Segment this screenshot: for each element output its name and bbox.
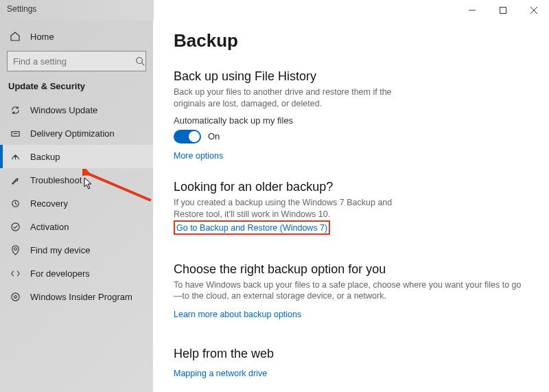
delivery-icon (10, 128, 21, 139)
page-title: Backup (174, 30, 528, 51)
sidebar-section-title: Update & Security (0, 77, 153, 98)
mapping-network-drive-link[interactable]: Mapping a network drive (174, 369, 267, 378)
search-icon (134, 56, 145, 66)
sidebar-item-troubleshoot[interactable]: Troubleshoot (0, 168, 153, 192)
maximize-button[interactable] (487, 0, 518, 21)
sidebar-item-label: Activation (30, 222, 69, 232)
svg-point-9 (14, 247, 16, 250)
svg-line-5 (141, 63, 144, 66)
sidebar-item-label: Windows Insider Program (30, 292, 132, 302)
search-input[interactable] (8, 56, 134, 67)
sidebar-item-label: Backup (30, 152, 60, 162)
sidebar-item-for-developers[interactable]: For developers (0, 262, 153, 285)
sidebar-item-label: Recovery (30, 198, 68, 209)
main-panel: Backup Back up using File History Back u… (153, 21, 549, 392)
toggle-state: On (208, 131, 220, 141)
sidebar-item-backup[interactable]: Backup (0, 145, 153, 168)
search-input-wrap[interactable] (7, 51, 146, 71)
backup-restore-win7-link[interactable]: Go to Backup and Restore (Windows 7) (176, 223, 327, 233)
section-help-web-heading: Help from the web (174, 347, 528, 361)
sidebar-item-label: Find my device (30, 245, 90, 255)
annotation-highlight: Go to Backup and Restore (Windows 7) (174, 220, 330, 235)
section-older-backup-heading: Looking for an older backup? (174, 180, 528, 194)
sidebar-item-label: Windows Update (30, 105, 97, 115)
sidebar-item-find-my-device[interactable]: Find my device (0, 238, 153, 262)
svg-rect-1 (500, 8, 506, 14)
svg-point-11 (14, 295, 16, 298)
section-older-backup-desc: If you created a backup using the Window… (174, 197, 421, 220)
sidebar-item-label: For developers (30, 268, 90, 279)
sidebar-item-label: Troubleshoot (30, 175, 82, 185)
insider-icon (10, 291, 21, 302)
window-title: Settings (7, 4, 36, 14)
learn-backup-options-link[interactable]: Learn more about backup options (174, 310, 301, 319)
section-choose-option-heading: Choose the right backup option for you (174, 262, 528, 277)
svg-point-8 (11, 222, 19, 230)
backup-icon (10, 151, 21, 162)
developers-icon (10, 268, 21, 279)
section-choose-option-desc: To have Windows back up your files to a … (174, 279, 528, 303)
sidebar-item-activation[interactable]: Activation (0, 215, 153, 238)
home-icon (10, 31, 21, 42)
sidebar-item-recovery[interactable]: Recovery (0, 192, 153, 215)
sidebar-item-label: Delivery Optimization (30, 128, 115, 139)
titlebar: Settings (0, 0, 549, 21)
sidebar-item-windows-update[interactable]: Windows Update (0, 98, 153, 122)
sidebar-home-label: Home (30, 32, 54, 42)
toggle-label: Automatically back up my files (174, 115, 528, 126)
activation-icon (10, 221, 21, 232)
recovery-icon (10, 198, 21, 209)
sidebar-item-delivery-optimization[interactable]: Delivery Optimization (0, 122, 153, 145)
sidebar-home[interactable]: Home (0, 25, 153, 48)
close-button[interactable] (518, 0, 549, 21)
wrench-icon (10, 174, 21, 185)
auto-backup-toggle[interactable] (174, 130, 201, 143)
sidebar: Home Update & Security Windows Update De… (0, 21, 153, 392)
section-file-history-desc: Back up your files to another drive and … (174, 87, 407, 110)
sidebar-item-windows-insider[interactable]: Windows Insider Program (0, 285, 153, 308)
more-options-link[interactable]: More options (174, 151, 223, 161)
svg-point-10 (11, 292, 19, 300)
minimize-button[interactable] (456, 0, 487, 21)
location-icon (10, 244, 21, 255)
svg-point-4 (136, 58, 142, 64)
sync-icon (10, 104, 21, 115)
section-file-history-heading: Back up using File History (174, 69, 528, 84)
